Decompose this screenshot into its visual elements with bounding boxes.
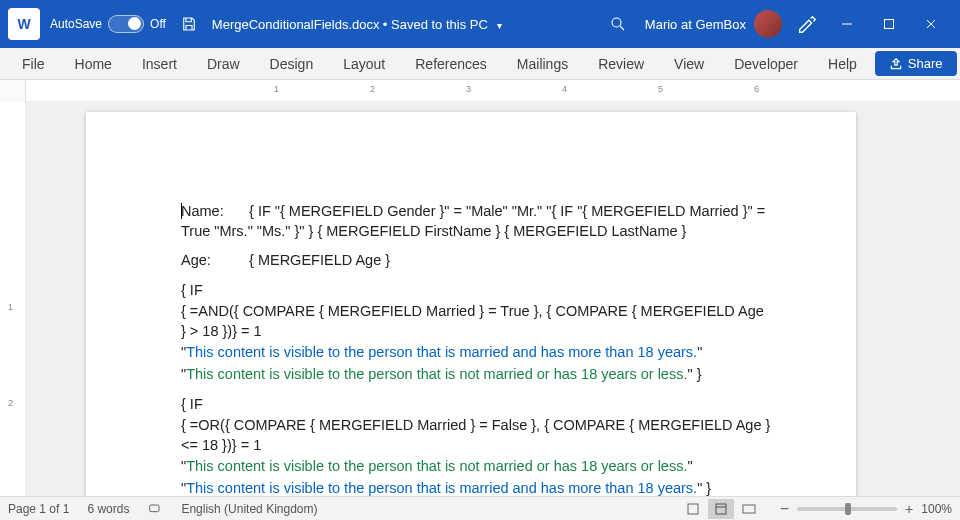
titlebar: W AutoSave Off MergeConditionalFields.do… <box>0 0 960 48</box>
age-field: { MERGEFIELD Age } <box>249 252 390 268</box>
if-block-1-formula: { =AND({ COMPARE { MERGEFIELD Married } … <box>181 302 771 341</box>
focus-view-button[interactable] <box>680 499 706 519</box>
svg-rect-5 <box>743 505 755 513</box>
filename[interactable]: MergeConditionalFields.docx • Saved to t… <box>212 17 502 32</box>
word-icon: W <box>8 8 40 40</box>
avatar <box>754 10 782 38</box>
tab-draw[interactable]: Draw <box>193 50 254 78</box>
maximize-button[interactable] <box>868 0 910 48</box>
page[interactable]: Name: { IF "{ MERGEFIELD Gender }" = "Ma… <box>86 112 856 496</box>
tab-review[interactable]: Review <box>584 50 658 78</box>
document-area: 1 2 Name: { IF "{ MERGEFIELD Gender }" =… <box>0 102 960 496</box>
word-count[interactable]: 6 words <box>87 502 129 516</box>
search-icon[interactable] <box>609 15 627 33</box>
svg-point-0 <box>612 18 621 27</box>
pen-icon[interactable] <box>796 13 818 35</box>
tab-home[interactable]: Home <box>61 50 126 78</box>
zoom-level[interactable]: 100% <box>921 502 952 516</box>
tab-help[interactable]: Help <box>814 50 871 78</box>
tab-mailings[interactable]: Mailings <box>503 50 582 78</box>
print-layout-button[interactable] <box>708 499 734 519</box>
ruler-horizontal[interactable]: 1 2 3 4 5 6 <box>0 80 960 102</box>
ruler-vertical[interactable]: 1 2 <box>0 102 26 496</box>
close-button[interactable] <box>910 0 952 48</box>
document-content[interactable]: Name: { IF "{ MERGEFIELD Gender }" = "Ma… <box>181 202 771 496</box>
statusbar: Page 1 of 1 6 words English (United King… <box>0 496 960 520</box>
svg-rect-4 <box>716 504 726 514</box>
tab-insert[interactable]: Insert <box>128 50 191 78</box>
language-status[interactable]: English (United Kingdom) <box>181 502 317 516</box>
web-layout-button[interactable] <box>736 499 762 519</box>
tab-design[interactable]: Design <box>256 50 328 78</box>
svg-rect-1 <box>885 20 894 29</box>
view-buttons <box>680 499 762 519</box>
zoom-control: − + 100% <box>780 500 952 518</box>
if-block-2-true: This content is visible to the person th… <box>186 458 687 474</box>
user-account[interactable]: Mario at GemBox <box>645 10 782 38</box>
if-block-2-open: { IF <box>181 395 771 415</box>
if-block-1-true: This content is visible to the person th… <box>186 344 697 360</box>
toggle-switch[interactable] <box>108 15 144 33</box>
share-button[interactable]: Share <box>875 51 957 76</box>
if-block-1-open: { IF <box>181 281 771 301</box>
tab-file[interactable]: File <box>8 50 59 78</box>
page-status[interactable]: Page 1 of 1 <box>8 502 69 516</box>
tab-layout[interactable]: Layout <box>329 50 399 78</box>
zoom-out-button[interactable]: − <box>780 500 789 518</box>
autosave-label: AutoSave <box>50 17 102 31</box>
ribbon-tabs: File Home Insert Draw Design Layout Refe… <box>0 48 960 80</box>
svg-rect-3 <box>688 504 698 514</box>
if-block-1-false: This content is visible to the person th… <box>186 366 687 382</box>
spellcheck-icon[interactable] <box>147 501 163 517</box>
zoom-slider[interactable] <box>797 507 897 511</box>
tab-developer[interactable]: Developer <box>720 50 812 78</box>
save-icon[interactable] <box>180 15 198 33</box>
if-block-2-formula: { =OR({ COMPARE { MERGEFIELD Married } =… <box>181 416 771 455</box>
minimize-button[interactable] <box>826 0 868 48</box>
share-icon <box>889 57 903 71</box>
page-viewport[interactable]: Name: { IF "{ MERGEFIELD Gender }" = "Ma… <box>26 102 960 496</box>
autosave-toggle[interactable]: AutoSave Off <box>50 15 166 33</box>
tab-references[interactable]: References <box>401 50 501 78</box>
name-field: { IF "{ MERGEFIELD Gender }" = "Male" "M… <box>181 203 765 239</box>
chevron-down-icon: ▾ <box>497 20 502 31</box>
zoom-in-button[interactable]: + <box>905 501 913 517</box>
autosave-state: Off <box>150 17 166 31</box>
svg-rect-2 <box>150 505 159 512</box>
tab-view[interactable]: View <box>660 50 718 78</box>
name-label: Name: <box>181 202 245 222</box>
age-label: Age: <box>181 251 245 271</box>
if-block-2-false: This content is visible to the person th… <box>186 480 697 496</box>
